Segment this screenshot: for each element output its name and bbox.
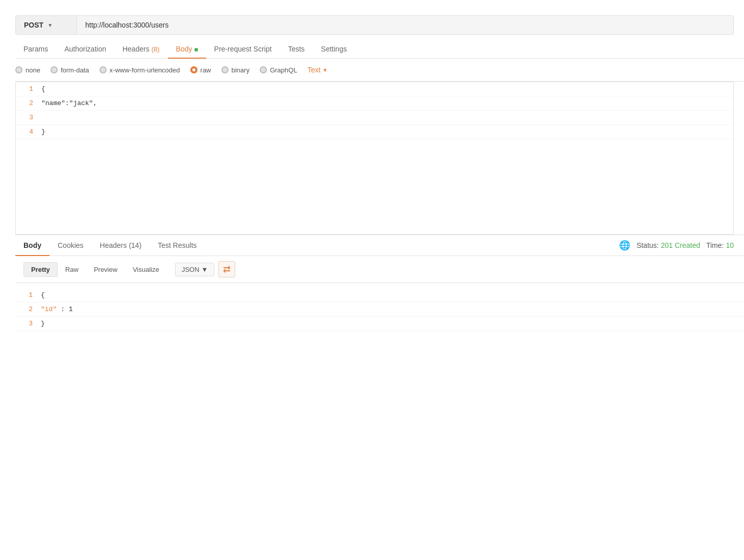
tab-headers[interactable]: Headers (8) bbox=[114, 40, 168, 58]
format-arrow: ▼ bbox=[323, 67, 328, 73]
request-line-1: 1 { bbox=[16, 82, 733, 96]
resp-line-1: 1 { bbox=[15, 288, 744, 302]
tab-pre-request-script[interactable]: Pre-request Script bbox=[206, 40, 280, 58]
request-body-editor[interactable]: 1 { 2 "name":"jack", 3 4 } bbox=[15, 82, 734, 235]
response-status: 🌐 Status: 201 Created Time: 10 bbox=[619, 240, 744, 251]
response-toolbar: Pretty Raw Preview Visualize JSON ▼ ⇄ bbox=[15, 256, 744, 283]
resp-tab-visualize[interactable]: Visualize bbox=[125, 262, 167, 277]
body-dot bbox=[194, 48, 198, 52]
format-dropdown[interactable]: Text ▼ bbox=[307, 66, 328, 74]
body-type-row: none form-data x-www-form-urlencoded raw… bbox=[15, 59, 744, 82]
radio-circle-x-www bbox=[100, 66, 107, 73]
radio-circle-none bbox=[15, 66, 22, 73]
time-value: 10 bbox=[726, 241, 734, 249]
radio-none[interactable]: none bbox=[15, 66, 40, 74]
resp-tab-preview[interactable]: Preview bbox=[86, 262, 125, 277]
response-tab-headers[interactable]: Headers (14) bbox=[92, 235, 150, 256]
tab-settings[interactable]: Settings bbox=[313, 40, 355, 58]
response-tabs-bar: Body Cookies Headers (14) Test Results 🌐… bbox=[15, 235, 744, 256]
resp-line-2: 2 "id" : 1 bbox=[15, 302, 744, 317]
resp-separator: : bbox=[61, 306, 69, 313]
resp-tab-raw[interactable]: Raw bbox=[58, 262, 86, 277]
url-input[interactable] bbox=[77, 16, 733, 34]
method-selector[interactable]: POST ▼ bbox=[16, 16, 77, 34]
request-tabs: Params Authorization Headers (8) Body Pr… bbox=[15, 40, 744, 59]
response-section: Body Cookies Headers (14) Test Results 🌐… bbox=[15, 235, 744, 336]
json-arrow: ▼ bbox=[202, 266, 208, 273]
method-label: POST bbox=[24, 21, 43, 29]
tab-body[interactable]: Body bbox=[168, 40, 206, 58]
method-chevron: ▼ bbox=[47, 22, 53, 28]
radio-x-www[interactable]: x-www-form-urlencoded bbox=[100, 66, 180, 74]
globe-icon: 🌐 bbox=[619, 240, 630, 251]
format-json-dropdown[interactable]: JSON ▼ bbox=[175, 263, 215, 276]
radio-circle-form-data bbox=[51, 66, 58, 73]
resp-line-3: 3 } bbox=[15, 317, 744, 331]
tab-params[interactable]: Params bbox=[15, 40, 56, 58]
response-tab-test-results[interactable]: Test Results bbox=[150, 235, 205, 256]
app-container: POST ▼ Params Authorization Headers (8) … bbox=[0, 0, 744, 560]
response-tab-body[interactable]: Body bbox=[15, 235, 49, 256]
resp-key: "id" bbox=[41, 306, 57, 313]
radio-form-data[interactable]: form-data bbox=[51, 66, 89, 74]
radio-raw[interactable]: raw bbox=[190, 66, 211, 74]
tab-tests[interactable]: Tests bbox=[280, 40, 313, 58]
radio-graphql[interactable]: GraphQL bbox=[260, 66, 297, 74]
wrap-icon[interactable]: ⇄ bbox=[218, 261, 235, 277]
response-body-code: 1 { 2 "id" : 1 3 } bbox=[15, 283, 744, 336]
resp-tab-pretty[interactable]: Pretty bbox=[23, 262, 58, 277]
request-line-3: 3 bbox=[16, 111, 733, 125]
request-line-2: 2 "name":"jack", bbox=[16, 96, 733, 111]
resp-value: 1 bbox=[69, 306, 73, 313]
radio-circle-graphql bbox=[260, 66, 267, 73]
tab-authorization[interactable]: Authorization bbox=[56, 40, 114, 58]
radio-circle-raw bbox=[190, 66, 197, 73]
request-line-4: 4 } bbox=[16, 125, 733, 139]
status-value: 201 Created bbox=[661, 241, 700, 249]
url-bar: POST ▼ bbox=[15, 15, 734, 35]
radio-binary[interactable]: binary bbox=[221, 66, 250, 74]
radio-circle-binary bbox=[221, 66, 229, 73]
response-tab-cookies[interactable]: Cookies bbox=[49, 235, 92, 256]
